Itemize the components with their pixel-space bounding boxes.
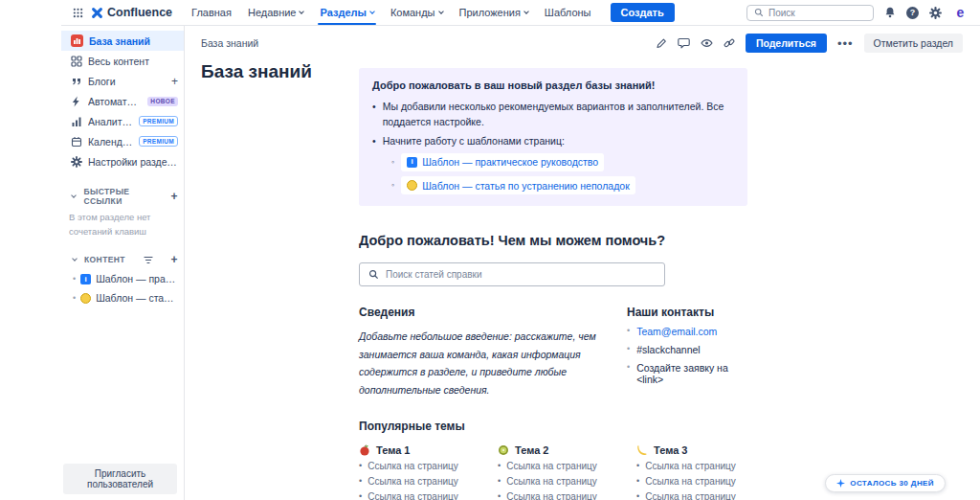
sidebar-item-calendars[interactable]: Календари PREMIUM <box>61 131 184 151</box>
add-blog-icon[interactable]: + <box>171 76 178 87</box>
trial-days-left-badge[interactable]: ОСТАЛОСЬ 30 ДНЕЙ <box>825 474 946 492</box>
space-sidebar: База знаний Весь контент Блоги + Автомат… <box>61 26 185 500</box>
topbar-right-group: ? e <box>746 5 969 21</box>
nav-apps[interactable]: Приложения <box>459 0 528 25</box>
all-content-icon <box>71 56 82 67</box>
bullet-dot: • <box>372 99 376 130</box>
create-button[interactable]: Создать <box>611 3 675 22</box>
contact-item: •Создайте заявку на <link> <box>627 362 747 385</box>
chevron-down-icon <box>369 9 375 14</box>
user-avatar[interactable]: e <box>952 5 969 21</box>
global-search[interactable] <box>746 5 874 21</box>
nav-templates[interactable]: Шаблоны <box>545 0 591 25</box>
topic-page-link[interactable]: •Ссылка на страницу <box>359 491 498 500</box>
copy-link-icon[interactable] <box>724 37 735 49</box>
collapse-chevron-icon[interactable] <box>69 192 78 202</box>
edit-pencil-icon[interactable] <box>656 37 667 49</box>
contact-item: •Team@email.com <box>627 326 747 337</box>
page-body: Добро пожаловать в ваш новый раздел базы… <box>359 68 747 500</box>
bell-icon[interactable] <box>884 7 896 18</box>
nav-recent[interactable]: Недавние <box>248 0 304 25</box>
sidebar-item-analytics[interactable]: Аналитика PREMIUM <box>61 111 184 131</box>
confluence-app: Confluence Главная Недавние Разделы Кома… <box>61 0 980 500</box>
topic-page-link[interactable]: •Ссылка на страницу <box>359 461 498 471</box>
bullet-circle: ◦ <box>391 179 394 193</box>
apple-icon <box>359 444 370 456</box>
add-quick-link-icon[interactable]: + <box>171 191 178 202</box>
topic-title: Тема 2 <box>515 444 548 456</box>
share-button[interactable]: Поделиться <box>746 34 827 53</box>
sidebar-item-automation[interactable]: Автоматизация НОВОЕ <box>61 91 184 111</box>
bullet-dot: • <box>627 326 630 337</box>
topic-card: Тема 3 •Ссылка на страницу •Ссылка на ст… <box>636 444 775 500</box>
topic-page-link[interactable]: •Ссылка на страницу <box>498 461 636 471</box>
nav-teams[interactable]: Команды <box>390 0 443 25</box>
info-template-icon: i <box>407 157 417 168</box>
chevron-down-icon <box>438 9 444 14</box>
topic-page-link[interactable]: •Ссылка на страницу <box>498 491 636 500</box>
breadcrumb[interactable]: База знаний <box>201 37 258 49</box>
sidebar-item-knowledge-base[interactable]: База знаний <box>61 31 184 51</box>
blogs-quote-icon <box>71 76 82 87</box>
topics-grid: Тема 1 •Ссылка на страницу •Ссылка на ст… <box>359 444 747 500</box>
nav-home[interactable]: Главная <box>191 0 232 25</box>
watch-eye-icon[interactable] <box>701 37 713 49</box>
panel-bullet: •Начните работу с шаблонами страниц: <box>372 133 734 148</box>
sidebar-item-all-content[interactable]: Весь контент <box>61 51 184 71</box>
confluence-logo[interactable]: Confluence <box>91 6 172 19</box>
sparkle-icon <box>836 479 845 488</box>
logo-text: Confluence <box>107 6 172 19</box>
sidebar-item-label: База знаний <box>89 35 150 47</box>
about-title: Сведения <box>359 306 627 319</box>
main-content: База знаний Поделиться ••• Отметить разд… <box>185 26 980 500</box>
topic-page-link[interactable]: •Ссылка на страницу <box>359 476 498 487</box>
template-link-label: Шаблон — статья по устранению неполадок <box>422 178 630 193</box>
topic-title: Тема 3 <box>654 444 687 456</box>
about-section: Сведения Добавьте небольшое введение: ра… <box>359 306 627 398</box>
gear-icon <box>71 156 82 168</box>
contact-email-link[interactable]: Team@email.com <box>636 326 717 337</box>
topic-page-link[interactable]: •Ссылка на страницу <box>636 461 775 471</box>
collapse-chevron-icon[interactable] <box>69 255 79 265</box>
template-link-troubleshooting[interactable]: Шаблон — статья по устранению неполадок <box>401 176 635 194</box>
panel-bullet: •Мы добавили несколько рекомендуемых вар… <box>372 99 734 130</box>
page-link-label: Шаблон — статья п... <box>96 292 178 304</box>
bullet-dot: • <box>627 362 630 385</box>
template-link-howto[interactable]: i Шаблон — практическое руководство <box>401 153 604 171</box>
settings-gear-icon[interactable] <box>929 7 942 19</box>
add-content-icon[interactable]: + <box>171 254 178 265</box>
global-search-input[interactable] <box>768 8 866 18</box>
help-search-input[interactable] <box>386 269 656 280</box>
sidebar-item-blogs[interactable]: Блоги + <box>61 71 184 91</box>
topic-card: Тема 2 •Ссылка на страницу •Ссылка на ст… <box>498 444 636 500</box>
section-title: БЫСТРЫЕ ССЫЛКИ <box>83 187 166 206</box>
welcome-info-panel: Добро пожаловать в ваш новый раздел базы… <box>359 68 747 206</box>
calendar-icon <box>71 136 82 148</box>
apps-grid-icon[interactable] <box>73 8 83 18</box>
sidebar-item-space-settings[interactable]: Настройки раздела <box>61 151 184 171</box>
premium-badge: PREMIUM <box>139 136 178 147</box>
invite-users-button[interactable]: Пригласить пользователей <box>63 464 177 494</box>
contact-slack: #slackchannel <box>636 344 701 355</box>
topic-page-link[interactable]: •Ссылка на страницу <box>636 491 775 500</box>
help-icon[interactable]: ? <box>906 7 919 19</box>
top-navigation-bar: Confluence Главная Недавние Разделы Кома… <box>61 0 980 26</box>
content-tree-item[interactable]: • i Шаблон — практич... <box>61 269 184 288</box>
search-icon <box>754 8 764 17</box>
sidebar-item-label: Весь контент <box>88 56 149 67</box>
trial-label: ОСТАЛОСЬ 30 ДНЕЙ <box>850 479 934 488</box>
topic-page-link[interactable]: •Ссылка на страницу <box>498 476 636 487</box>
banana-icon <box>636 444 648 456</box>
help-search-box[interactable] <box>359 262 665 286</box>
topic-page-link[interactable]: •Ссылка на страницу <box>636 476 775 487</box>
about-text: Добавьте небольшое введение: расскажите,… <box>359 328 627 398</box>
sidebar-item-label: Календари <box>88 136 133 148</box>
filter-icon[interactable] <box>144 256 153 264</box>
more-actions-icon[interactable]: ••• <box>837 36 854 51</box>
comment-icon[interactable] <box>678 37 690 49</box>
chevron-down-icon <box>300 9 305 14</box>
quick-links-empty-text: В этом разделе нет сочетаний клавиш <box>61 210 184 239</box>
mark-space-button[interactable]: Отметить раздел <box>864 34 963 53</box>
nav-spaces[interactable]: Разделы <box>320 0 373 25</box>
content-tree-item[interactable]: • Шаблон — статья п... <box>61 288 184 307</box>
